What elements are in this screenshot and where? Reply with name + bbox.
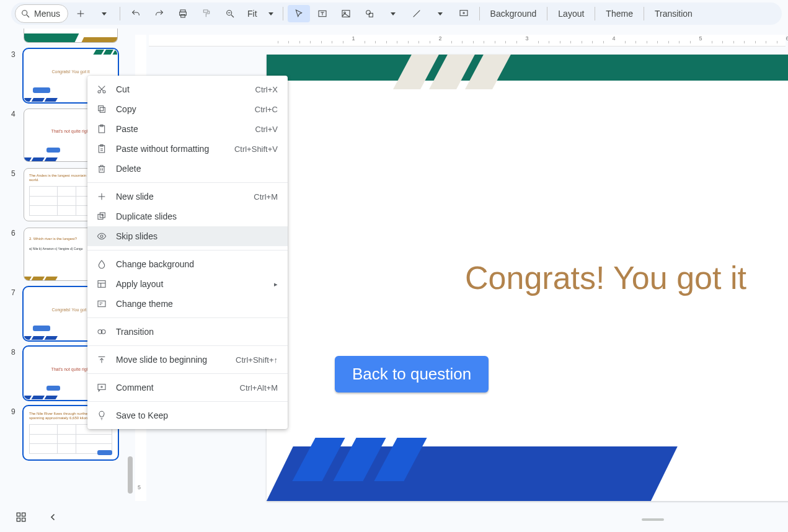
thumb-options: a) Nile b) Amazon c) Yangtze d) Congo [29, 247, 83, 250]
plus-icon [96, 191, 107, 202]
ruler-tick: 3 [525, 35, 528, 42]
ruler-tick: 5 [138, 484, 141, 490]
ctx-item-label: Copy [116, 104, 246, 114]
ctx-comment[interactable]: CommentCtrl+Alt+M [87, 378, 288, 397]
ruler-tick: 2 [438, 35, 441, 42]
ctx-keep[interactable]: Save to Keep [87, 406, 288, 425]
cut-icon [96, 84, 107, 95]
slide-canvas[interactable]: Congrats! You got it Back to question [267, 55, 788, 501]
ctx-paste-plain[interactable]: Paste without formattingCtrl+Shift+V [87, 139, 288, 159]
ctx-item-label: Paste without formatting [116, 144, 226, 154]
speaker-notes-handle[interactable] [642, 518, 664, 521]
print-button[interactable] [172, 5, 194, 22]
image-tool-button[interactable] [335, 5, 357, 22]
ctx-plus[interactable]: New slideCtrl+M [87, 187, 288, 206]
redo-button[interactable] [148, 5, 170, 22]
slide-blue-stripes [292, 438, 427, 481]
ctx-cut[interactable]: CutCtrl+X [87, 79, 288, 99]
layout-icon [96, 278, 107, 290]
ctx-item-label: Delete [116, 164, 278, 174]
move-top-icon [96, 354, 107, 365]
thumb-text: Congrats! You got it [24, 69, 117, 74]
ctx-layout[interactable]: Apply layout▸ [87, 274, 288, 294]
ruler-tick: 1 [352, 35, 355, 42]
line-tool-button[interactable] [405, 5, 428, 22]
svg-rect-60 [22, 513, 25, 516]
paste-plain-icon [96, 143, 107, 154]
svg-rect-59 [17, 513, 20, 516]
ctx-item-shortcut: Ctrl+M [254, 192, 278, 202]
zoom-select[interactable]: Fit [242, 5, 278, 22]
keep-icon [96, 410, 107, 421]
layout-button[interactable]: Layout [552, 5, 590, 22]
ctx-item-label: Apply layout [116, 279, 265, 289]
line-dropdown[interactable] [429, 5, 451, 22]
undo-button[interactable] [125, 5, 147, 22]
paste-icon [96, 123, 107, 135]
copy-icon [96, 104, 107, 115]
horizontal-ruler: 123456 [149, 35, 786, 47]
ctx-item-label: Move slide to beginning [116, 355, 227, 365]
svg-rect-47 [98, 301, 105, 306]
ctx-item-label: Paste [116, 124, 247, 134]
svg-line-1 [27, 15, 29, 17]
thumb-button [46, 386, 60, 391]
shape-tool-button[interactable] [358, 5, 381, 22]
svg-rect-7 [203, 10, 208, 12]
slide-headline[interactable]: Congrats! You got it [465, 259, 746, 296]
slide-number: 3 [11, 49, 21, 59]
background-button[interactable]: Background [484, 5, 543, 22]
ctx-move-top[interactable]: Move slide to beginningCtrl+Shift+↑ [87, 350, 288, 370]
comment-icon [96, 382, 107, 393]
ctx-item-shortcut: Ctrl+X [255, 85, 278, 94]
comment-tool-button[interactable] [453, 5, 475, 22]
svg-rect-27 [99, 106, 104, 111]
ctx-paste[interactable]: PasteCtrl+V [87, 119, 288, 139]
ctx-eye[interactable]: Skip slides [87, 226, 288, 246]
ctx-droplet[interactable]: Change background [87, 254, 288, 274]
ctx-delete[interactable]: Delete [87, 159, 288, 179]
svg-rect-62 [22, 518, 25, 521]
svg-point-0 [22, 11, 27, 16]
theme-button[interactable]: Theme [600, 5, 639, 22]
textbox-tool-button[interactable] [311, 5, 334, 22]
slide-number: 7 [11, 287, 21, 297]
shape-dropdown[interactable] [382, 5, 404, 22]
theme-icon [96, 298, 107, 309]
slide-number: 5 [11, 168, 21, 178]
submenu-arrow-icon: ▸ [274, 280, 278, 288]
ctx-item-label: New slide [116, 192, 245, 202]
ctx-item-label: Change theme [116, 299, 278, 309]
menus-label: Menus [34, 9, 60, 19]
back-to-question-button[interactable]: Back to question [335, 356, 489, 392]
svg-line-9 [231, 15, 234, 17]
thumb-button [46, 148, 60, 153]
new-slide-button[interactable] [69, 5, 92, 22]
ctx-theme[interactable]: Change theme [87, 294, 288, 314]
menus-search-button[interactable]: Menus [15, 4, 68, 23]
delete-icon [96, 163, 107, 174]
ctx-item-shortcut: Ctrl+Alt+M [240, 383, 278, 392]
chevron-down-icon [391, 12, 396, 16]
ctx-item-label: Cut [116, 84, 247, 94]
zoom-label: Fit [247, 9, 257, 19]
main-toolbar: Menus Fit Background [11, 2, 782, 25]
ctx-transition[interactable]: Transition [87, 322, 288, 342]
collapse-filmstrip-button[interactable] [45, 508, 62, 526]
paint-format-button[interactable] [195, 5, 218, 22]
new-slide-dropdown[interactable] [93, 5, 115, 22]
slide-number: 4 [11, 109, 21, 118]
ctx-item-label: Skip slides [116, 231, 278, 241]
svg-rect-44 [98, 281, 105, 288]
chevron-down-icon [102, 12, 107, 16]
select-tool-button[interactable] [288, 5, 310, 22]
ctx-duplicate[interactable]: Duplicate slides [87, 206, 288, 226]
transition-button[interactable]: Transition [649, 5, 699, 22]
zoom-out-button[interactable] [219, 5, 241, 22]
slide-number: 9 [11, 406, 21, 416]
ctx-copy[interactable]: CopyCtrl+C [87, 99, 288, 119]
grid-view-button[interactable] [12, 508, 30, 526]
thumb-button [33, 326, 50, 331]
slide-thumbnail[interactable] [24, 29, 118, 43]
scrollbar-handle[interactable] [128, 456, 133, 494]
